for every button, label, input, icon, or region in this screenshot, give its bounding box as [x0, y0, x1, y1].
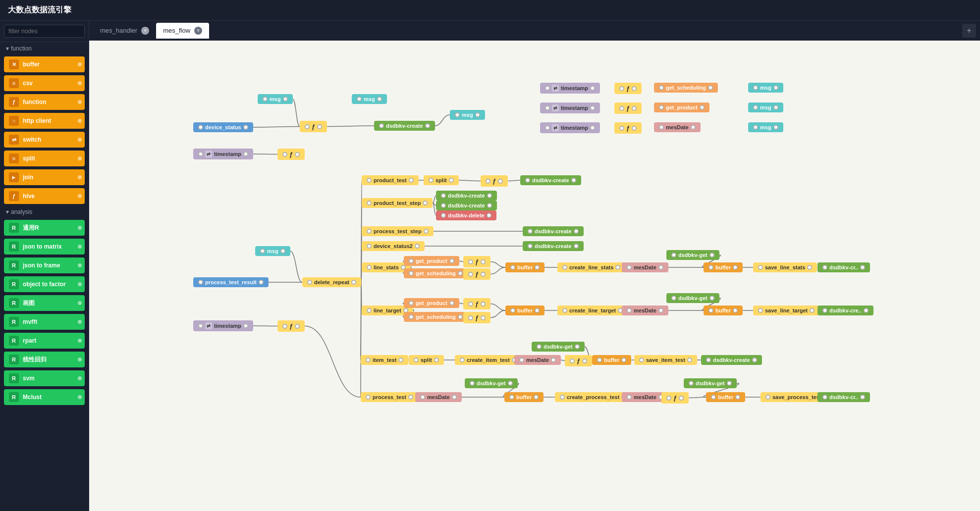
node-fn-bot[interactable]: ƒ: [277, 320, 305, 332]
sidebar-item-function[interactable]: ƒ function: [4, 94, 85, 110]
node-split1[interactable]: split: [424, 175, 459, 185]
node-buffer-proc2[interactable]: buffer: [706, 392, 745, 402]
node-msg3[interactable]: msg: [450, 110, 485, 120]
tab-mes-handler[interactable]: mes_handler ×: [93, 23, 156, 39]
node-save-item-test[interactable]: save_item_test: [634, 355, 697, 365]
node-fn-it[interactable]: ƒ: [565, 355, 592, 366]
node-buffer-proc[interactable]: buffer: [504, 392, 544, 402]
sidebar-item-hive[interactable]: ƒ hive: [4, 188, 85, 204]
sidebar-item-json-matrix[interactable]: R json to matrix: [4, 239, 85, 255]
node-timestamp-bot[interactable]: ⇌ timestamp: [193, 320, 253, 331]
node-item-test[interactable]: item_test: [361, 355, 408, 365]
node-get-product-ls[interactable]: get_product: [404, 256, 459, 266]
node-dsdbkv-create-pts2[interactable]: dsdbkv-create: [436, 201, 497, 210]
node-device-status2[interactable]: device_status2: [362, 241, 425, 251]
node-msg2[interactable]: msg: [352, 94, 387, 104]
node-msg1[interactable]: msg: [258, 94, 293, 104]
node-get-product1[interactable]: get_product: [654, 102, 709, 112]
node-delete-repeat[interactable]: delete_repeat: [302, 277, 361, 287]
node-dsdbkv-get-proc2[interactable]: dsdbkv-get: [684, 378, 737, 388]
sidebar-item-http[interactable]: ○ http client: [4, 113, 85, 129]
node-timestamp-top2[interactable]: ⇌ timestamp: [540, 102, 600, 113]
node-fn-pt[interactable]: ƒ: [481, 175, 508, 187]
node-create-process-test[interactable]: create_process_test: [555, 392, 631, 402]
node-product-test-step[interactable]: product_test_step: [362, 198, 433, 208]
node-dsdbkv-get-it[interactable]: dsdbkv-get: [532, 342, 585, 352]
node-fn-ls2[interactable]: ƒ: [463, 268, 490, 280]
sidebar-item-rpart[interactable]: R rpart: [4, 333, 85, 349]
node-split-it[interactable]: split: [409, 355, 444, 365]
node-timestamp-top1[interactable]: ⇌ timestamp: [540, 83, 600, 94]
node-fn-top3[interactable]: ƒ: [614, 122, 642, 134]
node-dsdbkv-out-ls[interactable]: dsdbkv-cr..: [817, 262, 870, 272]
node-process-test-step[interactable]: process_test_step: [362, 226, 434, 236]
node-dsdbkv-get-proc[interactable]: dsdbkv-get: [465, 378, 518, 388]
sidebar-item-linear[interactable]: R 线性回归: [4, 352, 85, 367]
node-save-line-stats[interactable]: save_line_stats: [753, 262, 817, 272]
node-fn-top1[interactable]: ƒ: [614, 83, 642, 94]
node-buffer-lt[interactable]: buffer: [505, 306, 544, 315]
sidebar-item-buffer[interactable]: ✕ buffer: [4, 56, 85, 72]
sidebar-item-huatu[interactable]: R 画图: [4, 295, 85, 311]
node-buffer-lt2[interactable]: buffer: [704, 306, 743, 315]
node-fn-lt2[interactable]: ƒ: [463, 312, 490, 323]
node-mesdate-lt[interactable]: mesDate: [622, 306, 668, 315]
node-create-item-test[interactable]: create_item_test: [455, 355, 522, 365]
node-product-test[interactable]: product_test: [362, 175, 419, 185]
node-fn2[interactable]: ƒ: [277, 149, 305, 160]
node-dsdbkv-create-it[interactable]: dsdbkv-create: [701, 355, 762, 365]
node-get-product-lt[interactable]: get_product: [404, 298, 459, 308]
node-save-line-target[interactable]: save_line_target: [753, 306, 819, 315]
sidebar-item-mclust[interactable]: R Mclust: [4, 389, 85, 405]
node-dsdbkv-get-lt[interactable]: dsdbkv-get: [666, 293, 719, 303]
node-dsdbkv-out-proc[interactable]: dsdbkv-cr..: [817, 392, 870, 402]
node-dsdbkv-create-prs[interactable]: dsdbkv-create: [523, 226, 584, 236]
node-process-test-result[interactable]: process_test_result: [193, 277, 269, 287]
sidebar-item-json-frame[interactable]: R json to frame: [4, 257, 85, 273]
node-mesdate-top[interactable]: mesDate: [654, 122, 701, 132]
node-get-scheduling-ls[interactable]: get_scheduling: [404, 268, 468, 278]
section-analysis[interactable]: ▾ analysis: [0, 205, 89, 218]
sidebar-item-split[interactable]: ≡ split: [4, 151, 85, 166]
node-mesdate-proc[interactable]: mesDate: [415, 392, 462, 402]
node-msg-top3[interactable]: msg: [748, 122, 783, 132]
node-create-line-target[interactable]: create_line_target: [557, 306, 628, 315]
tab-close-button[interactable]: ×: [141, 27, 149, 35]
node-msg-top2[interactable]: msg: [748, 102, 783, 112]
node-timestamp-top3[interactable]: ⇌ timestamp: [540, 122, 600, 133]
section-function[interactable]: ▾ function: [0, 42, 89, 55]
node-fn-lt1[interactable]: ƒ: [463, 298, 490, 309]
node-fn-ls1[interactable]: ƒ: [463, 256, 490, 267]
node-buffer-ls[interactable]: buffer: [505, 262, 544, 272]
tab-mes-flow[interactable]: mes_flow ×: [156, 23, 209, 39]
node-dsdbkv-create1[interactable]: dsdbkv-create: [374, 121, 435, 131]
node-buffer-ls2[interactable]: buffer: [704, 262, 743, 272]
node-line-stats[interactable]: line_stats: [362, 262, 411, 272]
sidebar-item-svm[interactable]: R svm: [4, 370, 85, 386]
node-dsdbkv-delete-pts[interactable]: dsdbkv-delete: [436, 210, 496, 220]
node-create-line-stats[interactable]: create_line_stats: [557, 262, 625, 272]
search-input[interactable]: [4, 25, 85, 38]
tab-close-button[interactable]: ×: [194, 27, 202, 35]
node-mesdate-it[interactable]: mesDate: [514, 355, 561, 365]
node-device-status[interactable]: device_status: [193, 122, 253, 132]
node-buffer-it[interactable]: buffer: [592, 355, 631, 365]
node-timestamp1[interactable]: ⇌ timestamp: [193, 149, 253, 159]
node-dsdbkv-create-ds2[interactable]: dsdbkv-create: [523, 241, 584, 251]
add-tab-button[interactable]: +: [962, 24, 976, 38]
sidebar-item-tongyong[interactable]: R 通用R: [4, 220, 85, 236]
node-process-test[interactable]: process_test: [361, 392, 418, 402]
node-dsdbkv-create-pts1[interactable]: dsdbkv-create: [436, 191, 497, 201]
node-dsdbkv-create-pt[interactable]: dsdbkv-create: [520, 175, 581, 185]
node-get-scheduling1[interactable]: get_scheduling: [654, 83, 718, 93]
node-msg-top1[interactable]: msg: [748, 83, 783, 93]
node-dsdbkv-get-ls[interactable]: dsdbkv-get: [666, 250, 719, 260]
sidebar-item-join[interactable]: ► join: [4, 169, 85, 185]
sidebar-item-mvfft[interactable]: R mvfft: [4, 314, 85, 330]
flow-canvas[interactable]: device_status msg msg msg ƒ: [89, 41, 980, 511]
node-msg-mid[interactable]: msg: [255, 246, 290, 256]
sidebar-item-switch[interactable]: ⇌ switch: [4, 132, 85, 148]
node-fn1[interactable]: ƒ: [300, 121, 327, 132]
node-fn-top2[interactable]: ƒ: [614, 102, 642, 114]
node-mesdate-ls[interactable]: mesDate: [622, 262, 668, 272]
